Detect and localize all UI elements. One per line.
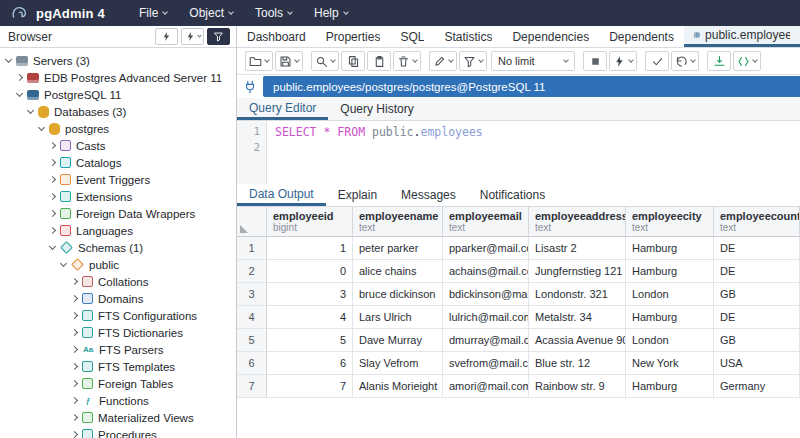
cell-employeeaddress[interactable]: Jungfernstieg 121 xyxy=(529,260,626,283)
tree-item-fts-dictionaries[interactable]: FTS Dictionaries xyxy=(0,324,236,341)
edit-button[interactable] xyxy=(429,51,457,71)
filtered-rows-button[interactable] xyxy=(207,28,230,45)
tree-item-postgresql-11[interactable]: PostgreSQL 11 xyxy=(0,86,236,103)
chevron-down-icon[interactable] xyxy=(16,90,23,97)
delete-button[interactable] xyxy=(393,51,421,71)
select-all-corner[interactable] xyxy=(237,207,267,237)
tab-notifications[interactable]: Notifications xyxy=(468,184,557,206)
copy-button[interactable] xyxy=(341,51,365,71)
cell-employeeaddress[interactable]: Blue str. 12 xyxy=(529,352,626,375)
tab-properties[interactable]: Properties xyxy=(316,26,391,47)
execute-button[interactable] xyxy=(609,51,637,71)
tree-item-servers-3[interactable]: Servers (3) xyxy=(0,52,236,69)
chevron-right-icon[interactable] xyxy=(71,414,78,421)
chevron-down-icon[interactable] xyxy=(49,243,56,250)
menu-object[interactable]: Object xyxy=(189,6,233,20)
tree-item-collations[interactable]: Collations xyxy=(0,273,236,290)
tree-item-extensions[interactable]: Extensions xyxy=(0,188,236,205)
tab-statistics[interactable]: Statistics xyxy=(434,26,502,47)
rollback-button[interactable] xyxy=(671,51,699,71)
cell-employeeid[interactable]: 0 xyxy=(267,260,353,283)
tab-dependents[interactable]: Dependents xyxy=(599,26,684,47)
chevron-right-icon[interactable] xyxy=(71,346,78,353)
cell-employeeid[interactable]: 1 xyxy=(267,237,353,260)
tree-item-postgres[interactable]: postgres xyxy=(0,120,236,137)
chevron-down-icon[interactable] xyxy=(27,107,34,114)
cell-employeemail[interactable]: amori@mail.com xyxy=(443,375,529,398)
chevron-right-icon[interactable] xyxy=(49,227,56,234)
menu-tools[interactable]: Tools xyxy=(255,6,292,20)
cell-employeecountry[interactable]: GB xyxy=(714,329,800,352)
tree-item-event-triggers[interactable]: Event Triggers xyxy=(0,171,236,188)
chevron-right-icon[interactable] xyxy=(71,295,78,302)
cell-employeecity[interactable]: Hamburg xyxy=(626,375,714,398)
menu-help[interactable]: Help xyxy=(314,6,348,20)
view-data-button[interactable] xyxy=(181,28,204,45)
tree-item-edb-postgres-advanced-server-11[interactable]: EDB Postgres Advanced Server 11 xyxy=(0,69,236,86)
cell-employeename[interactable]: Lars Ulrich xyxy=(353,306,443,329)
cell-employeeid[interactable]: 6 xyxy=(267,352,353,375)
tab-query-editor[interactable]: Query Editor xyxy=(237,98,328,120)
cell-employeeaddress[interactable]: Acassia Avenue 90 xyxy=(529,329,626,352)
tab-dependencies[interactable]: Dependencies xyxy=(502,26,599,47)
cell-employeemail[interactable]: lulrich@mail.com xyxy=(443,306,529,329)
row-number[interactable]: 4 xyxy=(237,306,267,329)
chevron-down-icon[interactable] xyxy=(38,124,45,131)
chevron-right-icon[interactable] xyxy=(71,312,78,319)
row-number[interactable]: 1 xyxy=(237,237,267,260)
code-area[interactable]: SELECT * FROM public.employees xyxy=(267,121,483,184)
row-number[interactable]: 6 xyxy=(237,352,267,375)
cell-employeecity[interactable]: London xyxy=(626,329,714,352)
commit-button[interactable] xyxy=(645,51,669,71)
cell-employeename[interactable]: bruce dickinson xyxy=(353,283,443,306)
cell-employeecity[interactable]: Hamburg xyxy=(626,237,714,260)
tree-item-functions[interactable]: ƒFunctions xyxy=(0,392,236,409)
cell-employeecity[interactable]: New York xyxy=(626,352,714,375)
tab-messages[interactable]: Messages xyxy=(389,184,468,206)
cell-employeeaddress[interactable]: Londonstr. 321 xyxy=(529,283,626,306)
cell-employeemail[interactable]: bdickinson@mail... xyxy=(443,283,529,306)
row-number[interactable]: 2 xyxy=(237,260,267,283)
tree-item-public[interactable]: public xyxy=(0,256,236,273)
cell-employeecity[interactable]: Hamburg xyxy=(626,260,714,283)
tree-item-fts-parsers[interactable]: AaFTS Parsers xyxy=(0,341,236,358)
cell-employeename[interactable]: alice chains xyxy=(353,260,443,283)
query-tool-button[interactable] xyxy=(155,28,178,45)
cell-employeemail[interactable]: achains@mail.co... xyxy=(443,260,529,283)
cell-employeename[interactable]: peter parker xyxy=(353,237,443,260)
tab-public-employees-postgres-pos[interactable]: public.employees/postgres/pos xyxy=(684,26,800,47)
row-number[interactable]: 3 xyxy=(237,283,267,306)
open-file-button[interactable] xyxy=(245,51,273,71)
column-header-employeecity[interactable]: employeecitytext xyxy=(626,207,714,237)
cell-employeename[interactable]: Slay Vefrom xyxy=(353,352,443,375)
cell-employeecountry[interactable]: DE xyxy=(714,306,800,329)
chevron-right-icon[interactable] xyxy=(71,278,78,285)
column-header-employeecountry[interactable]: employeecountrytext xyxy=(714,207,800,237)
chevron-down-icon[interactable] xyxy=(5,56,12,63)
cell-employeecity[interactable]: Hamburg xyxy=(626,306,714,329)
chevron-right-icon[interactable] xyxy=(16,74,23,81)
cell-employeemail[interactable]: dmurray@mail.c... xyxy=(443,329,529,352)
row-number[interactable]: 7 xyxy=(237,375,267,398)
download-button[interactable] xyxy=(707,51,731,71)
chevron-right-icon[interactable] xyxy=(49,210,56,217)
tree-item-databases-3[interactable]: Databases (3) xyxy=(0,103,236,120)
column-header-employeename[interactable]: employeenametext xyxy=(353,207,443,237)
tab-sql[interactable]: SQL xyxy=(390,26,434,47)
cell-employeename[interactable]: Dave Murray xyxy=(353,329,443,352)
paste-button[interactable] xyxy=(367,51,391,71)
cell-employeemail[interactable]: pparker@mail.co... xyxy=(443,237,529,260)
tab-dashboard[interactable]: Dashboard xyxy=(237,26,316,47)
chevron-right-icon[interactable] xyxy=(49,159,56,166)
tree-item-catalogs[interactable]: Catalogs xyxy=(0,154,236,171)
cell-employeecountry[interactable]: USA xyxy=(714,352,800,375)
cell-employeecountry[interactable]: DE xyxy=(714,237,800,260)
save-button[interactable] xyxy=(275,51,303,71)
cell-employeemail[interactable]: svefrom@mail.c... xyxy=(443,352,529,375)
tree-item-languages[interactable]: Languages xyxy=(0,222,236,239)
cell-employeecity[interactable]: London xyxy=(626,283,714,306)
chevron-right-icon[interactable] xyxy=(49,176,56,183)
cell-employeecountry[interactable]: Germany xyxy=(714,375,800,398)
cell-employeeid[interactable]: 4 xyxy=(267,306,353,329)
tree-item-casts[interactable]: Casts xyxy=(0,137,236,154)
